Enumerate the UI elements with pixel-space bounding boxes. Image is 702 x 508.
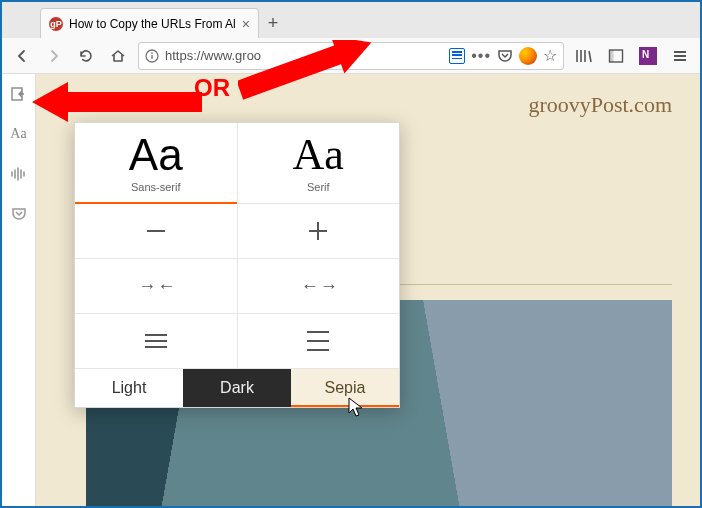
sidebar-toggle-icon[interactable] — [604, 44, 628, 68]
type-controls-icon[interactable]: Aa — [9, 124, 29, 144]
library-icon[interactable] — [572, 44, 596, 68]
pocket-icon[interactable] — [497, 48, 513, 64]
sans-sample: Aa — [129, 133, 183, 177]
loose-lines-icon — [307, 331, 329, 351]
firefox-logo-icon — [519, 47, 537, 65]
theme-light[interactable]: Light — [75, 369, 183, 407]
narrow-icon: → ← — [138, 276, 173, 297]
site-brand: groovyPost.com — [528, 92, 672, 118]
type-controls-panel: Aa Sans-serif Aa Serif → ← ← → — [74, 122, 400, 408]
reader-view-sidebar: Aa — [2, 74, 36, 506]
narrate-icon[interactable] — [9, 164, 29, 184]
forward-button[interactable] — [42, 44, 66, 68]
sans-label: Sans-serif — [131, 181, 181, 193]
widen-icon: ← → — [301, 276, 336, 297]
decrease-content-width[interactable]: → ← — [75, 259, 238, 313]
favicon-icon: gP — [49, 17, 63, 31]
page-actions-icon[interactable]: ••• — [471, 47, 491, 65]
onenote-extension-icon[interactable] — [636, 44, 660, 68]
serif-label: Serif — [307, 181, 330, 193]
increase-font-size[interactable] — [238, 204, 400, 258]
svg-rect-4 — [610, 50, 614, 62]
theme-dark[interactable]: Dark — [183, 369, 291, 407]
svg-rect-2 — [151, 52, 152, 53]
menu-icon[interactable] — [668, 44, 692, 68]
close-icon[interactable]: × — [242, 16, 250, 32]
home-button[interactable] — [106, 44, 130, 68]
decrease-line-height[interactable] — [75, 314, 238, 368]
decrease-font-size[interactable] — [75, 204, 238, 258]
reload-button[interactable] — [74, 44, 98, 68]
annotation-arrow-left — [32, 78, 202, 126]
svg-rect-1 — [151, 55, 152, 59]
svg-marker-6 — [32, 82, 202, 122]
theme-sepia[interactable]: Sepia — [291, 369, 399, 407]
svg-marker-7 — [238, 40, 378, 106]
browser-tab[interactable]: gP How to Copy the URLs From Al × — [40, 8, 259, 38]
reader-mode-icon[interactable] — [449, 48, 465, 64]
cursor-icon — [348, 397, 364, 421]
back-button[interactable] — [10, 44, 34, 68]
annotation-arrow-right — [238, 40, 378, 106]
annotation-or-label: OR — [194, 74, 230, 102]
reader-page: groovyPost.com URLs From All Open wser A… — [36, 74, 700, 506]
minus-icon — [147, 230, 165, 232]
font-sans-serif-option[interactable]: Aa Sans-serif — [75, 123, 238, 203]
plus-icon — [309, 222, 327, 240]
tab-strip: gP How to Copy the URLs From Al × + — [2, 2, 700, 38]
serif-sample: Aa — [293, 133, 344, 177]
increase-line-height[interactable] — [238, 314, 400, 368]
new-tab-button[interactable]: + — [259, 13, 287, 38]
save-pocket-icon[interactable] — [9, 204, 29, 224]
info-icon[interactable] — [145, 49, 159, 63]
bookmark-star-icon[interactable]: ☆ — [543, 46, 557, 65]
font-serif-option[interactable]: Aa Serif — [238, 123, 400, 203]
tight-lines-icon — [145, 334, 167, 348]
increase-content-width[interactable]: ← → — [238, 259, 400, 313]
tab-title: How to Copy the URLs From Al — [69, 17, 236, 31]
close-reader-icon[interactable] — [9, 84, 29, 104]
